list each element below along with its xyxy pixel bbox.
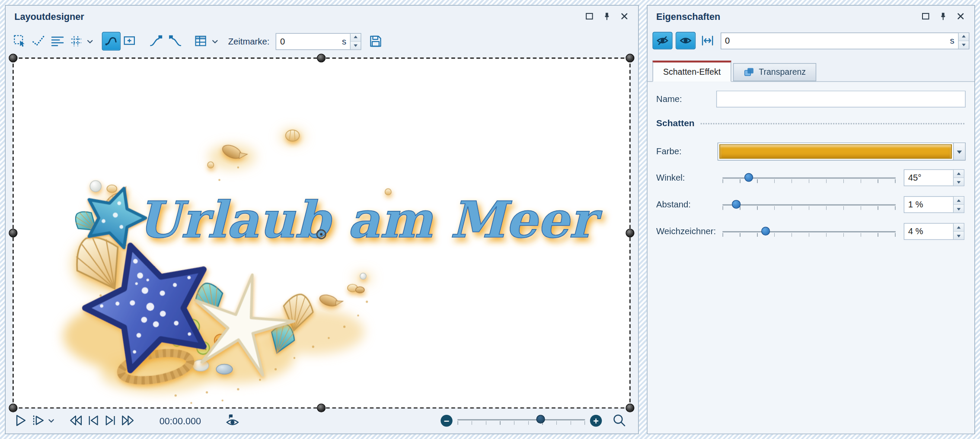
tab-transparenz[interactable]: Transparenz [733,63,817,81]
fast-forward-button[interactable] [119,412,137,429]
maximize-button[interactable] [917,9,934,24]
handle-top-left[interactable] [9,54,17,62]
fast-rewind-icon [68,413,83,428]
eye-off-icon [656,34,670,48]
zoom-slider-thumb[interactable] [536,415,545,423]
chevron-down-icon [87,39,93,43]
canvas-area: Urlaub am Meer [13,58,630,408]
handle-top-right[interactable] [626,54,634,62]
handle-bottom-left[interactable] [9,404,17,412]
farbe-dropdown-button[interactable] [953,143,965,160]
object-visibility-toggle[interactable] [676,32,696,49]
fast-rewind-button[interactable] [67,412,84,429]
zoom-out-button[interactable]: − [441,414,452,426]
curve-out-button[interactable] [166,32,184,51]
select-path-button[interactable] [29,32,48,51]
zeitmarke-input[interactable]: 0 s [276,33,361,50]
handle-bottom-right[interactable] [626,404,634,412]
zoom-fit-icon [612,413,627,428]
play-options-dropdown[interactable] [47,411,55,429]
slider-track [722,231,895,232]
close-icon [620,12,629,20]
tracks-button[interactable] [48,32,67,51]
winkel-input[interactable]: 45° [904,169,964,186]
camera-pan-icon [122,34,137,49]
winkel-slider-thumb[interactable] [744,173,753,181]
play-icon [13,413,28,428]
eigenschaften-panel: Eigenschaften [647,5,975,434]
maximize-icon [585,12,594,20]
grid-options-dropdown[interactable] [86,32,94,51]
handle-rotation-center[interactable] [316,229,326,239]
abstand-spinner[interactable] [953,197,964,212]
zoom-slider[interactable] [457,414,585,427]
tab-label: Schatten-Effekt [663,67,721,76]
close-button[interactable] [616,9,633,24]
layoutdesigner-titlebar: Layoutdesigner [6,6,638,27]
winkel-value[interactable]: 45° [904,170,953,185]
keyframe-table-button[interactable] [192,32,211,51]
camera-pan-button[interactable] [121,32,139,51]
save-timemark-button[interactable] [366,32,385,51]
object-time-spinner[interactable] [958,33,969,48]
abstand-input[interactable]: 1 % [904,196,964,213]
curve-in-icon [149,34,164,49]
skip-next-icon [103,413,118,428]
select-objects-button[interactable] [11,32,29,51]
duration-icon [701,34,715,48]
zoom-slider-ticks [457,421,585,425]
fast-forward-icon [121,413,136,428]
farbe-picker[interactable] [718,143,966,161]
pin-button[interactable] [934,9,951,24]
pin-button[interactable] [598,9,616,24]
grid-icon [69,34,84,49]
zoom-fit-button[interactable] [611,412,628,429]
skip-prev-icon [86,413,101,428]
transparency-icon [744,67,755,78]
handle-mid-left[interactable] [9,229,17,237]
eye-icon [679,34,693,48]
play-button[interactable] [12,412,29,429]
zoom-in-button[interactable]: + [590,414,602,426]
name-input[interactable] [716,91,966,108]
zeitmarke-value[interactable]: 0 [276,33,342,49]
winkel-spinner[interactable] [953,170,964,185]
close-button[interactable] [952,9,969,24]
object-time-input[interactable]: 0 s [721,32,969,49]
tab-schatten-effekt[interactable]: Schatten-Effekt [652,60,731,82]
farbe-swatch[interactable] [719,144,952,159]
curve-tool-button[interactable] [102,32,121,51]
tab-label: Transparenz [759,67,806,77]
winkel-slider[interactable] [722,172,895,184]
skip-prev-button[interactable] [84,412,102,429]
zeitmarke-spinner[interactable] [350,33,361,49]
keyframe-table-dropdown[interactable] [211,32,219,51]
name-label: Name: [656,91,682,108]
eigenschaften-titlebar: Eigenschaften [648,6,974,27]
canvas-title-text[interactable]: Urlaub am Meer [137,190,603,249]
duration-button[interactable] [699,32,716,49]
weichzeichner-value[interactable]: 4 % [904,224,953,239]
abstand-value[interactable]: 1 % [904,197,953,212]
handle-mid-right[interactable] [626,229,634,237]
handle-top-center[interactable] [317,54,326,62]
curve-visibility-toggle[interactable] [652,32,672,49]
properties-form: Name: Schatten Farbe: Winkel: [648,81,974,433]
weichzeichner-spinner[interactable] [953,224,964,239]
show-timemark-button[interactable] [223,412,241,429]
chevron-down-icon [212,39,218,43]
maximize-button[interactable] [581,9,598,24]
weichzeichner-slider-thumb[interactable] [761,227,770,235]
weichzeichner-slider[interactable] [722,226,895,237]
abstand-slider-thumb[interactable] [732,200,741,209]
curve-in-button[interactable] [147,32,166,51]
play-from-timemark-button[interactable] [29,412,47,429]
close-icon [956,12,965,20]
handle-bottom-center[interactable] [317,404,326,412]
weichzeichner-input[interactable]: 4 % [904,223,964,240]
skip-next-button[interactable] [102,412,119,429]
zeitmarke-label: Zeitmarke: [228,36,270,46]
grid-button[interactable] [67,32,86,51]
abstand-slider[interactable] [722,199,895,210]
object-time-value[interactable]: 0 [721,33,950,48]
